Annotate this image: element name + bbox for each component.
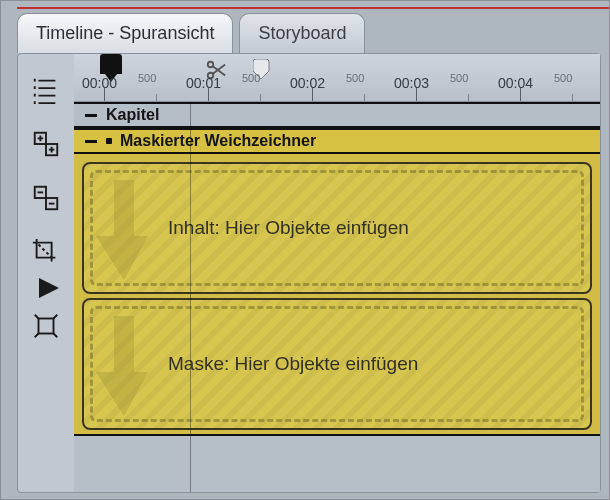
ruler-tick: 00:04 500: [520, 76, 600, 102]
collapse-icon[interactable]: [84, 110, 98, 120]
mask-drop-slot[interactable]: Maske: Hier Objekte einfügen: [82, 298, 592, 430]
tick-minor: 500: [242, 72, 260, 84]
tab-timeline[interactable]: Timeline - Spuransicht: [17, 13, 233, 53]
workarea: 00:00 500 00:01 500 00:02 500: [17, 53, 601, 493]
tab-label: Storyboard: [258, 23, 346, 44]
svg-point-7: [208, 62, 214, 68]
slot-label: Inhalt: Hier Objekte einfügen: [168, 164, 578, 292]
drop-arrow-icon: [96, 178, 152, 282]
tracks-area: Kapitel Maskierter Weichzeichner Inhalt: [74, 102, 600, 492]
tick-major: 00:04: [498, 75, 533, 91]
drop-arrow-icon: [96, 314, 152, 418]
playhead-flag-icon: [100, 54, 122, 74]
chapter-title: Kapitel: [106, 106, 159, 124]
tab-label: Timeline - Spuransicht: [36, 23, 214, 44]
tick-major: 00:01: [186, 75, 221, 91]
layout-tracks-button[interactable]: [24, 68, 68, 112]
add-track-button[interactable]: [24, 122, 68, 166]
tab-storyboard[interactable]: Storyboard: [239, 13, 365, 53]
fit-view-button[interactable]: [24, 304, 68, 348]
tick-minor: 500: [346, 72, 364, 84]
svg-rect-5: [39, 319, 54, 334]
playhead-line: [190, 102, 191, 492]
time-ruler[interactable]: 00:00 500 00:01 500 00:02 500: [74, 54, 600, 102]
effect-title: Maskierter Weichzeichner: [120, 132, 316, 150]
effect-header[interactable]: Maskierter Weichzeichner: [74, 128, 600, 154]
tick-minor: 500: [554, 72, 572, 84]
tick-minor: 500: [450, 72, 468, 84]
content-drop-slot[interactable]: Inhalt: Hier Objekte einfügen: [82, 162, 592, 294]
tick-minor: 500: [138, 72, 156, 84]
remove-track-button[interactable]: [24, 176, 68, 220]
collapse-icon[interactable]: [84, 136, 98, 146]
tick-major: 00:02: [290, 75, 325, 91]
chapter-header[interactable]: Kapitel: [74, 102, 600, 128]
tick-major: 00:03: [394, 75, 429, 91]
svg-marker-4: [39, 278, 59, 298]
marker-icon: [106, 138, 112, 144]
tick-major: 00:00: [82, 75, 117, 91]
app-frame: Timeline - Spuransicht Storyboard: [0, 0, 610, 500]
more-tools-toggle[interactable]: [24, 278, 68, 298]
crop-button[interactable]: [24, 230, 68, 274]
tab-bar: Timeline - Spuransicht Storyboard: [17, 9, 365, 53]
timeline-panel: 00:00 500 00:01 500 00:02 500: [74, 54, 600, 492]
ruler-marks: 00:00 500 00:01 500 00:02 500: [104, 76, 600, 102]
effect-slots: Inhalt: Hier Objekte einfügen Maske: Hie…: [74, 154, 600, 436]
slot-label: Maske: Hier Objekte einfügen: [168, 300, 578, 428]
vertical-toolbar: [18, 54, 74, 492]
